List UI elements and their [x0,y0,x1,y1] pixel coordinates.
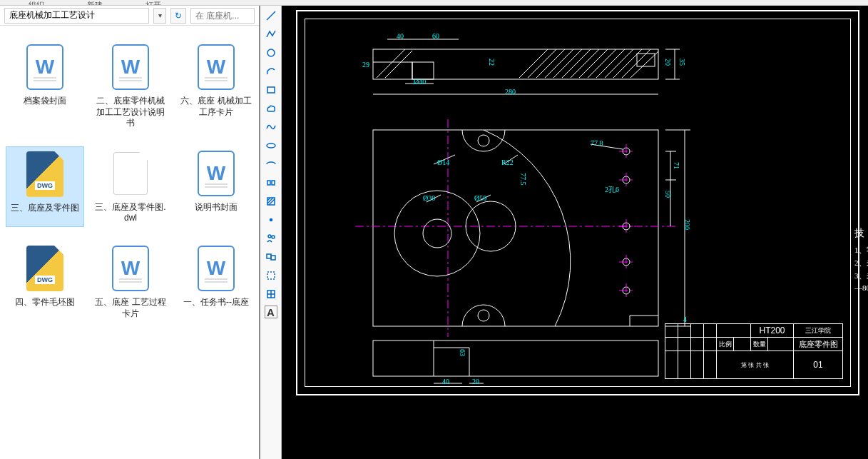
dim-text: 60 [432,32,439,40]
file-item[interactable]: 说明书封面 [177,146,255,227]
file-item[interactable]: 二、底座零件机械加工工艺设计说明书 [91,40,170,132]
file-item[interactable]: 六、底座 机械加工工序卡片 [177,40,255,132]
dim-text: 71 [673,162,680,169]
svg-line-0 [267,11,275,20]
svg-rect-81 [373,341,658,376]
dim-text: 280 [505,88,516,96]
file-label: 四、零件毛坯图 [15,297,75,308]
bound-tool-icon[interactable] [262,268,280,283]
arc-tool-icon[interactable] [262,64,280,79]
line-tool-icon[interactable] [262,9,280,23]
file-label: 二、底座零件机械加工工艺设计说明书 [95,96,166,129]
svg-line-26 [528,49,556,78]
cad-tool-strip: A [260,6,282,459]
word-file-icon [196,43,236,91]
svg-rect-19 [373,49,658,79]
svg-point-11 [268,235,271,238]
polyline-tool-icon[interactable] [262,27,280,41]
svg-line-27 [536,49,565,78]
spline-tool-icon[interactable] [262,120,280,134]
dim-text: 20 [472,378,479,385]
ellipse-tool-icon[interactable] [262,138,280,153]
svg-rect-5 [272,181,275,185]
svg-line-34 [596,49,625,78]
svg-rect-13 [267,254,271,258]
ribbon-tab[interactable]: 组织 [29,0,44,6]
tech-req-line: 2、未注明圆角均为R3； [854,257,868,270]
circle-tool-icon[interactable] [262,46,280,60]
file-label: 三、底座及零件图 [11,203,79,214]
technical-requirements: 技 术 要 求 1、零件加工表面上不应有锈蚀； 2、未注明圆角均为R3； 3、未… [854,226,868,295]
path-dropdown[interactable]: ▾ [153,8,166,24]
rect-tool-icon[interactable] [262,83,280,97]
ribbon-tab[interactable]: 新建 [87,0,103,6]
dim-text: 200 [683,219,691,230]
drawing-number: 01 [794,351,842,378]
dwg-file-icon [25,150,65,198]
dim-text: Ø14 [437,158,449,166]
hatch-tool-icon[interactable] [262,194,280,208]
refresh-button[interactable]: ↻ [170,8,186,24]
file-item[interactable]: 四、零件毛坯图 [6,241,84,322]
file-label: 一、任务书--底座 [183,297,249,308]
people-tool-icon[interactable] [262,231,280,246]
svg-point-12 [272,236,275,238]
dim-text: 77.8 [591,139,603,147]
point-tool-icon[interactable] [262,213,280,227]
dim-text: 40 [397,32,404,40]
region-tool-icon[interactable] [262,250,280,264]
dim-text: Ø40 [414,78,426,86]
dim-text: 29 [362,61,369,69]
svg-line-29 [553,49,582,78]
svg-line-23 [377,49,405,78]
dim-text: 2孔6 [605,185,619,195]
search-input[interactable] [190,8,255,24]
file-item[interactable]: 档案袋封面 [6,40,84,132]
ribbon-tab[interactable]: 打开 [145,0,161,6]
svg-line-31 [571,49,599,78]
drawing-border: 40 60 29 Ø40 280 22 20 35 Ø14 R22 Ø30 Ø5… [305,19,851,387]
ribbon-tabs: 组织 新建 打开 [0,0,868,6]
word-file-icon [25,43,65,91]
svg-point-10 [270,219,272,221]
word-file-icon [111,43,150,91]
dim-text: 63 [459,349,466,356]
file-explorer-panel: ▾ ↻ 档案袋封面二、底座零件机械加工工艺设计说明书六、底座 机械加工工序卡片三… [0,6,260,459]
svg-point-1 [267,49,275,56]
svg-rect-14 [271,256,275,260]
dwg-file-icon [25,244,65,293]
ellipse-arc-tool-icon[interactable] [262,157,280,171]
svg-point-3 [267,143,275,148]
file-label: 说明书封面 [195,202,238,213]
school-text: 三江学院 [794,324,842,337]
cloud-tool-icon[interactable] [262,101,280,116]
cad-viewport[interactable]: 40 60 29 Ø40 280 22 20 35 Ø14 R22 Ø30 Ø5… [282,6,868,459]
svg-line-8 [267,198,273,203]
file-item[interactable]: 一、任务书--底座 [177,241,255,322]
file-label: 三、底座及零件图.dwl [95,202,166,224]
part-name-text: 底座零件图 [794,338,842,350]
svg-line-25 [519,49,548,78]
file-item[interactable]: 三、底座及零件图.dwl [91,146,170,227]
word-file-icon [196,149,236,198]
text-tool-icon[interactable]: A [265,306,277,318]
svg-rect-22 [412,62,434,79]
dim-text: 40 [442,378,449,385]
dim-text: Ø30 [423,194,435,202]
tech-req-title: 技 术 要 求 [854,226,868,241]
svg-line-30 [562,49,591,78]
file-item[interactable]: 五、底座 工艺过程卡片 [91,241,170,322]
dim-text: R22 [501,158,514,166]
svg-line-9 [269,199,275,205]
path-input[interactable] [4,8,149,24]
word-file-icon [111,244,150,293]
svg-point-53 [423,219,451,248]
dim-text: 77.5 [519,173,527,186]
block-tool-icon[interactable] [262,176,280,190]
file-item[interactable]: 三、底座及零件图 [6,146,84,227]
word-file-icon [196,244,236,293]
svg-rect-15 [267,272,275,279]
blank-file-icon [111,149,150,198]
file-grid: 档案袋封面二、底座零件机械加工工艺设计说明书六、底座 机械加工工序卡片三、底座及… [0,26,259,459]
grid-tool-icon[interactable] [262,287,280,301]
